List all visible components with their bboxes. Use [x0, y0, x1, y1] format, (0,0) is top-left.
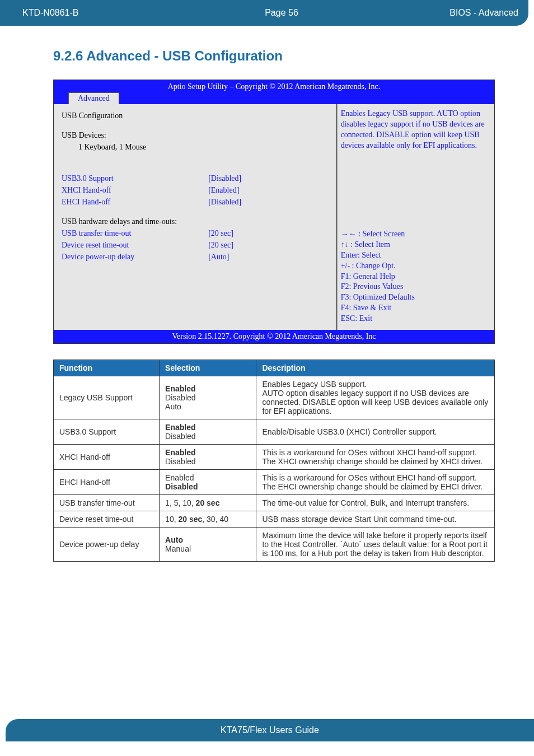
- table-row: USB3.0 SupportEnabledDisabledEnable/Disa…: [54, 419, 495, 445]
- bios-item-value: [Disabled]: [208, 196, 328, 208]
- table-row: Device reset time-out10, 20 sec, 30, 40U…: [54, 511, 495, 528]
- bios-item-label: Device reset time-out: [62, 239, 208, 251]
- bios-key-line: ↑↓ : Select Item: [341, 240, 491, 250]
- cell-selection: 10, 20 sec, 30, 40: [160, 511, 256, 528]
- bios-item-label: USB transfer time-out: [62, 227, 208, 239]
- bios-item-label: EHCI Hand-off: [62, 196, 208, 208]
- cell-selection: 1, 5, 10, 20 sec: [160, 495, 256, 511]
- bios-item-value: [20 sec]: [208, 239, 328, 251]
- cell-selection: EnabledDisabled: [160, 445, 256, 470]
- bios-heading: USB Configuration: [62, 110, 329, 122]
- bios-key-hints: →← : Select Screen ↑↓ : Select Item Ente…: [338, 224, 494, 330]
- bios-help-text: Enables Legacy USB support. AUTO option …: [338, 104, 494, 224]
- cell-description: Enables Legacy USB support.AUTO option d…: [256, 376, 495, 419]
- page-body: 9.2.6 Advanced - USB Configuration Aptio…: [0, 26, 534, 562]
- table-row: XHCI Hand-offEnabledDisabledThis is a wo…: [54, 445, 495, 470]
- bios-left-pane: USB Configuration USB Devices: 1 Keyboar…: [54, 104, 337, 330]
- bios-title: Aptio Setup Utility – Copyright © 2012 A…: [58, 82, 490, 92]
- doc-id: KTD-N0861-B: [22, 8, 179, 18]
- col-description: Description: [256, 360, 495, 376]
- table-row: USB transfer time-out1, 5, 10, 20 secThe…: [54, 495, 495, 511]
- function-table: Function Selection Description Legacy US…: [53, 360, 495, 562]
- cell-description: The time-out value for Control, Bulk, an…: [256, 495, 495, 511]
- cell-description: USB mass storage device Start Unit comma…: [256, 511, 495, 528]
- bios-item-label: Device power-up delay: [62, 251, 208, 263]
- bios-item-xhci[interactable]: XHCI Hand-off [Enabled]: [62, 184, 329, 196]
- table-row: EHCI Hand-offEnabledDisabledThis is a wo…: [54, 470, 495, 495]
- bios-item-label: XHCI Hand-off: [62, 184, 208, 196]
- bios-item-label: Legacy USB Support: [62, 161, 208, 172]
- bios-tab-advanced[interactable]: Advanced: [68, 92, 119, 104]
- bios-version-footer: Version 2.15.1227. Copyright © 2012 Amer…: [54, 330, 494, 343]
- bios-key-line: ESC: Exit: [341, 314, 491, 324]
- cell-description: This is a workaround for OSes without EH…: [256, 470, 495, 495]
- bios-item-legacy-usb[interactable]: Legacy USB Support [Enabled]: [62, 161, 329, 172]
- section-label: BIOS - Advanced: [384, 8, 518, 18]
- bios-item-value: [Auto]: [208, 251, 328, 263]
- bios-right-pane: Enables Legacy USB support. AUTO option …: [337, 104, 494, 330]
- bios-item-value: [Enabled]: [208, 161, 328, 172]
- cell-selection: EnabledDisabledAuto: [160, 376, 256, 419]
- cell-description: Enable/Disable USB3.0 (XHCI) Controller …: [256, 419, 495, 445]
- bios-key-line: F4: Save & Exit: [341, 303, 491, 314]
- bios-item-transfer-timeout[interactable]: USB transfer time-out [20 sec]: [62, 227, 329, 239]
- bios-item-usb3[interactable]: USB3.0 Support [Disabled]: [62, 172, 329, 184]
- bios-key-line: F1: General Help: [341, 272, 491, 282]
- col-selection: Selection: [160, 360, 256, 376]
- bios-key-line: F3: Optimized Defaults: [341, 292, 491, 303]
- page-footer: KTA75/Flex Users Guide: [6, 719, 534, 741]
- bios-item-ehci[interactable]: EHCI Hand-off [Disabled]: [62, 196, 329, 208]
- table-row: Device power-up delayAutoManualMaximum t…: [54, 528, 495, 562]
- bios-hw-label: USB hardware delays and time-outs:: [62, 216, 329, 227]
- cell-selection: EnabledDisabled: [160, 419, 256, 445]
- bios-item-powerup-delay[interactable]: Device power-up delay [Auto]: [62, 251, 329, 263]
- bios-key-line: +/- : Change Opt.: [341, 261, 491, 272]
- bios-devices-value: 1 Keyboard, 1 Mouse: [62, 141, 329, 153]
- cell-function: EHCI Hand-off: [54, 470, 160, 495]
- col-function: Function: [54, 360, 160, 376]
- cell-description: Maximum time the device will take before…: [256, 528, 495, 562]
- cell-function: Device reset time-out: [54, 511, 160, 528]
- bios-devices-label: USB Devices:: [62, 129, 329, 141]
- bios-item-value: [Disabled]: [208, 172, 328, 184]
- bios-key-line: →← : Select Screen: [341, 229, 491, 240]
- bios-item-value: [Enabled]: [208, 184, 328, 196]
- cell-selection: AutoManual: [160, 528, 256, 562]
- section-title: 9.2.6 Advanced - USB Configuration: [53, 48, 495, 64]
- bios-key-line: Enter: Select: [341, 250, 491, 261]
- cell-function: Legacy USB Support: [54, 376, 160, 419]
- cell-function: USB transfer time-out: [54, 495, 160, 511]
- bios-item-label: USB3.0 Support: [62, 172, 208, 184]
- bios-item-reset-timeout[interactable]: Device reset time-out [20 sec]: [62, 239, 329, 251]
- cell-selection: EnabledDisabled: [160, 470, 256, 495]
- page-number: Page 56: [179, 8, 384, 18]
- table-row: Legacy USB SupportEnabledDisabledAutoEna…: [54, 376, 495, 419]
- bios-item-value: [20 sec]: [208, 227, 328, 239]
- footer-text: KTA75/Flex Users Guide: [221, 725, 319, 735]
- bios-key-line: F2: Previous Values: [341, 282, 491, 292]
- cell-function: Device power-up delay: [54, 528, 160, 562]
- page-header: KTD-N0861-B Page 56 BIOS - Advanced: [0, 0, 528, 26]
- table-header-row: Function Selection Description: [54, 360, 495, 376]
- bios-screenshot: Aptio Setup Utility – Copyright © 2012 A…: [53, 80, 495, 344]
- cell-description: This is a workaround for OSes without XH…: [256, 445, 495, 470]
- bios-titlebar: Aptio Setup Utility – Copyright © 2012 A…: [54, 80, 494, 104]
- cell-function: USB3.0 Support: [54, 419, 160, 445]
- cell-function: XHCI Hand-off: [54, 445, 160, 470]
